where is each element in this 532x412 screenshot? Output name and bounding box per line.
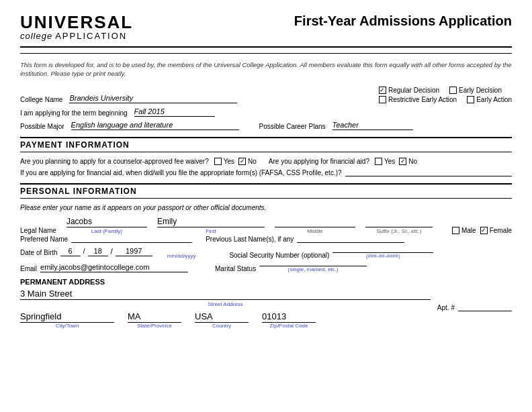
state-field: MA State/Province — [128, 311, 181, 329]
restrictive-early-action-checkbox[interactable] — [379, 96, 386, 103]
fee-waiver-no-checkbox[interactable] — [238, 158, 246, 165]
middle-name-field: Middle — [275, 226, 355, 234]
college-name-value: Brandeis University — [69, 94, 237, 103]
city-value: Springfield — [20, 311, 114, 323]
financial-aid-yes-checkbox[interactable] — [375, 158, 382, 165]
male-label: Male — [461, 227, 476, 234]
fee-waiver-no-item[interactable]: No — [238, 158, 257, 165]
early-action-item[interactable]: Early Action — [467, 96, 512, 103]
financial-aid-yes-label: Yes — [384, 158, 395, 165]
street-field: 3 Main Street Street Address — [20, 289, 431, 311]
fee-waiver-yes-checkbox[interactable] — [214, 158, 222, 165]
country-value: USA — [195, 311, 249, 323]
restrictive-early-action-item[interactable]: Restrictive Early Action — [379, 96, 457, 103]
dob-month: 6 — [60, 247, 81, 256]
middle-name-value — [275, 226, 355, 227]
city-sublabel: City/Town — [20, 323, 114, 329]
financial-aid-question: Are you applying for financial aid? — [269, 158, 369, 165]
personal-intro: Please enter your name as it appears on … — [20, 204, 512, 211]
marital-label: Marital Status — [215, 265, 256, 272]
fee-waiver-question: Are you planning to apply for a counselo… — [20, 158, 209, 165]
fee-waiver-yes-label: Yes — [224, 158, 234, 165]
early-action-checkbox[interactable] — [467, 96, 474, 103]
city-field: Springfield City/Town — [20, 311, 114, 329]
address-header: PERMANENT ADDRESS — [20, 278, 512, 286]
state-sublabel: State/Province — [128, 323, 181, 329]
first-name-value: Emily — [157, 217, 265, 227]
fee-waiver-row: Are you planning to apply for a counselo… — [20, 158, 512, 165]
previous-last-label: Previous Last Name(s), if any — [206, 236, 294, 243]
preferred-name-group: Preferred Name — [20, 236, 192, 243]
dob-day-part: 18 — [88, 247, 108, 256]
first-sublabel: First — [157, 228, 265, 234]
marital-sublabel: (single, married, etc.) — [259, 266, 367, 272]
fee-waiver-yes-item[interactable]: Yes — [214, 158, 234, 165]
logo: UNIVERSAL college APPLICATION — [20, 13, 133, 41]
male-checkbox[interactable] — [452, 227, 459, 234]
logo-application: APPLICATION — [55, 31, 127, 41]
dob-year-part: 1997 — [116, 247, 152, 256]
dob-group: Date of Birth 6 / 18 / 1997 — [20, 247, 152, 256]
ssn-sublabel: (###-##-####) — [332, 253, 433, 259]
street-value: 3 Main Street — [20, 289, 431, 300]
personal-section-header: PERSONAL INFORMATION — [20, 183, 512, 199]
regular-decision-item[interactable]: Regular Decision — [379, 87, 439, 94]
early-decision-label: Early Decision — [459, 87, 502, 94]
dob-year: 1997 — [116, 247, 152, 256]
restrictive-early-action-label: Restrictive Early Action — [388, 96, 457, 103]
major-row: Possible Major English language and lite… — [20, 121, 512, 130]
suffix-field: Suffix (Jr., Sr., etc.) — [365, 226, 433, 234]
ssn-group: Social Security Number (optional) (###-#… — [229, 252, 433, 259]
female-label: Female — [490, 227, 512, 234]
suffix-sublabel: Suffix (Jr., Sr., etc.) — [365, 228, 433, 234]
intro-text: This form is developed for, and is to be… — [20, 60, 512, 79]
decision-row-1: Regular Decision Early Decision — [379, 87, 512, 94]
previous-last-group: Previous Last Name(s), if any — [206, 236, 404, 243]
middle-sublabel: Middle — [275, 228, 355, 234]
previous-last-value — [297, 242, 404, 243]
dob-sublabel: mm/dd/yyyy — [167, 253, 196, 259]
regular-decision-label: Regular Decision — [388, 87, 439, 94]
first-name-field: Emily First — [157, 217, 265, 234]
email-label: Email — [20, 265, 37, 272]
page-header: UNIVERSAL college APPLICATION First-Year… — [20, 13, 512, 48]
address-section: PERMANENT ADDRESS 3 Main Street Street A… — [20, 278, 512, 329]
female-checkbox[interactable] — [480, 227, 488, 234]
legal-name-row: Legal Name Jacobs Last (Family) Emily Fi… — [20, 217, 512, 234]
financial-aid-no-checkbox[interactable] — [399, 158, 406, 165]
early-decision-checkbox[interactable] — [449, 87, 457, 94]
city-row: Springfield City/Town MA State/Province … — [20, 311, 512, 329]
logo-college: college — [20, 31, 52, 41]
early-decision-item[interactable]: Early Decision — [449, 87, 502, 94]
major-value: English language and literature — [71, 121, 239, 130]
preferred-previous-row: Preferred Name Previous Last Name(s), if… — [20, 236, 512, 243]
female-item[interactable]: Female — [480, 227, 512, 234]
preferred-name-value — [71, 242, 192, 243]
payment-section-header: PAYMENT INFORMATION — [20, 137, 512, 152]
dob-ssn-row: Date of Birth 6 / 18 / 1997 mm/dd/yyyy S… — [20, 247, 512, 259]
financial-aid-no-item[interactable]: No — [399, 158, 417, 165]
dob-day: 18 — [88, 247, 108, 256]
email-group: Email emily.jacobs@getintocollege.com — [20, 263, 188, 272]
regular-decision-checkbox[interactable] — [379, 87, 386, 94]
male-item[interactable]: Male — [452, 227, 476, 234]
fee-waiver-no-label: No — [248, 158, 257, 165]
fafsa-row: If you are applying for financial aid, w… — [20, 169, 512, 176]
college-name-row: College Name Brandeis University Regular… — [20, 87, 512, 103]
college-name-label: College Name — [20, 96, 62, 103]
ssn-label: Social Security Number (optional) — [229, 252, 329, 259]
state-value: MA — [128, 311, 181, 323]
street-sublabel: Street Address — [20, 301, 431, 307]
dob-month-part: 6 — [60, 247, 81, 256]
apt-label: Apt. # — [437, 304, 455, 311]
legal-name-label: Legal Name — [20, 227, 56, 234]
fafsa-label: If you are applying for financial aid, w… — [20, 169, 342, 176]
fafsa-line — [345, 176, 512, 176]
country-sublabel: Country — [195, 323, 249, 329]
last-name-field: Jacobs Last (Family) — [66, 217, 147, 234]
suffix-value — [365, 226, 433, 227]
gender-boxes: Male Female — [452, 227, 512, 234]
financial-aid-yes-item[interactable]: Yes — [375, 158, 395, 165]
email-marital-row: Email emily.jacobs@getintocollege.com Ma… — [20, 263, 512, 272]
logo-universal: UNIVERSAL — [20, 13, 133, 31]
